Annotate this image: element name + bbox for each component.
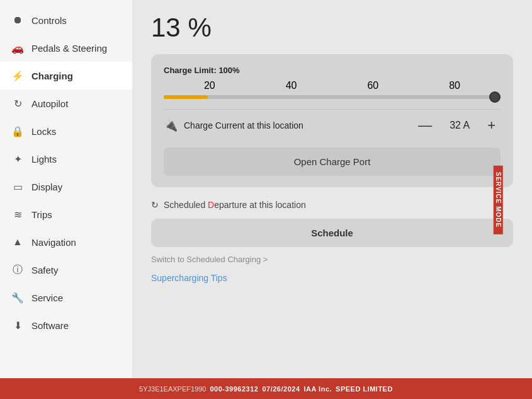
slider-fill [164,95,208,99]
slider-label-40: 40 [286,80,297,91]
scheduled-departure-label: ↻ Scheduled Departure at this location [151,200,513,210]
open-charge-port-button[interactable]: Open Charge Port [164,147,501,176]
slider-labels: 20 40 60 80 [164,80,501,91]
sidebar: ⏺Controls🚗Pedals & Steering⚡Charging↻Aut… [0,0,132,378]
charge-card: Charge Limit: 100% 20 40 60 80 🔌 Charge … [151,54,513,187]
supercharging-tips-link[interactable]: Supercharging Tips [151,273,513,283]
scheduled-icon: ↻ [151,200,159,210]
pedals-steering-icon: 🚗 [11,42,24,54]
sidebar-item-trips[interactable]: ≋Trips [0,200,132,228]
sidebar-label-lights: Lights [31,154,57,165]
record-id: 000-39962312 [210,385,258,393]
sidebar-item-lights[interactable]: ✦Lights [0,145,132,173]
sidebar-item-service[interactable]: 🔧Service [0,284,132,311]
decrease-current-button[interactable]: — [413,117,437,134]
sidebar-item-display[interactable]: ▭Display [0,173,132,200]
sidebar-item-charging[interactable]: ⚡Charging [0,62,132,90]
autopilot-icon: ↻ [11,97,24,110]
charge-current-left: 🔌 Charge Current at this location [164,119,303,132]
sidebar-label-display: Display [31,182,62,192]
switch-to-scheduled-charging-link[interactable]: Switch to Scheduled Charging > [151,255,513,264]
service-icon: 🔧 [11,291,24,304]
navigation-icon: ▲ [11,236,24,248]
software-icon: ⬇ [11,319,24,332]
charge-current-value: 32 A [447,120,472,131]
company-label: IAA Inc. [304,385,332,393]
slider-thumb [489,91,501,103]
sidebar-item-controls[interactable]: ⏺Controls [0,6,132,34]
safety-icon: ⓘ [11,263,24,276]
sidebar-item-navigation[interactable]: ▲Navigation [0,228,132,256]
charge-current-controls: — 32 A + [413,117,501,134]
plug-icon: 🔌 [164,119,178,132]
main-content: 13 % Charge Limit: 100% 20 40 60 80 🔌 Ch… [132,0,532,378]
sidebar-item-software[interactable]: ⬇Software [0,311,132,339]
sidebar-label-safety: Safety [31,265,59,275]
charge-percent: 13 % [151,13,513,43]
suffix-label: SPEED LIMITED [336,385,393,393]
charging-icon: ⚡ [11,69,24,82]
schedule-button[interactable]: Schedule [151,219,513,247]
bottom-bar: 5YJ3E1EAXPEF1990 000-39962312 07/26/2024… [0,378,532,399]
date-label: 07/26/2024 [262,385,300,393]
sidebar-label-service: Service [31,292,63,303]
sidebar-label-charging: Charging [31,71,73,81]
sidebar-item-locks[interactable]: 🔒Locks [0,117,132,145]
vin-partial: 5YJ3E1EAXPEF1990 [139,385,206,393]
charge-limit-label: Charge Limit: 100% [164,66,501,75]
sidebar-label-software: Software [31,320,69,331]
increase-current-button[interactable]: + [482,117,501,134]
display-icon: ▭ [11,180,24,193]
slider-label-80: 80 [449,80,460,91]
sidebar-label-pedals-steering: Pedals & Steering [31,43,107,54]
controls-icon: ⏺ [11,14,24,26]
sidebar-label-autopilot: Autopilot [31,98,68,109]
charge-slider-track[interactable] [164,95,501,99]
sidebar-label-trips: Trips [31,209,52,220]
charge-current-label: Charge Current at this location [184,120,303,130]
sidebar-item-autopilot[interactable]: ↻Autopilot [0,90,132,117]
slider-label-20: 20 [204,80,215,91]
scheduled-d-red: D [208,200,214,210]
service-mode-label: SERVICE MODE [493,165,502,234]
sidebar-item-pedals-steering[interactable]: 🚗Pedals & Steering [0,34,132,62]
slider-label-60: 60 [367,80,378,91]
trips-icon: ≋ [11,208,24,221]
sidebar-label-controls: Controls [31,15,67,26]
scheduled-label-text: Scheduled Departure at this location [164,200,306,210]
lights-icon: ✦ [11,153,24,165]
charge-current-row: 🔌 Charge Current at this location — 32 A… [164,109,501,141]
locks-icon: 🔒 [11,125,24,137]
sidebar-item-safety[interactable]: ⓘSafety [0,256,132,284]
scheduled-section: ↻ Scheduled Departure at this location S… [151,200,513,283]
sidebar-label-navigation: Navigation [31,237,76,248]
sidebar-label-locks: Locks [31,126,56,137]
